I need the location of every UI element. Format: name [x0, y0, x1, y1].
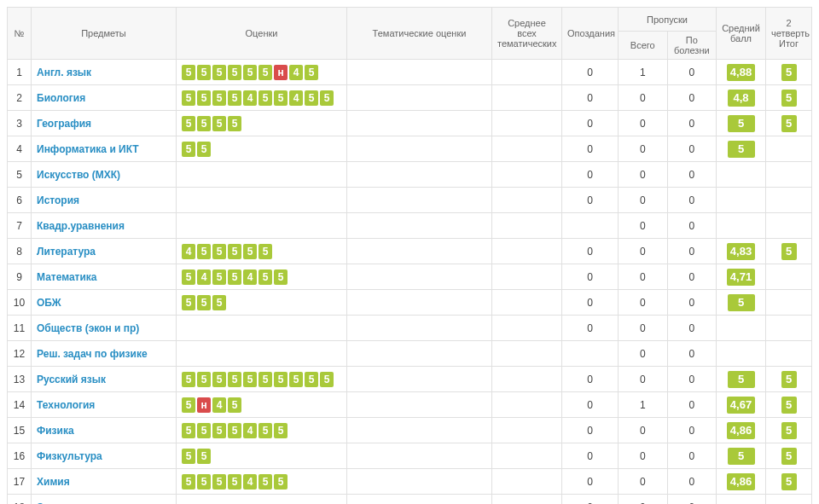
- grade-badge: 5: [274, 372, 288, 387]
- subject-link[interactable]: ОБЖ: [37, 297, 61, 309]
- thematic-cell: [347, 264, 492, 290]
- subject-link[interactable]: Обществ (экон и пр): [37, 322, 139, 334]
- subject-link[interactable]: История: [37, 194, 79, 206]
- quarter-cell: 5: [766, 85, 812, 111]
- grade-badge: 5: [212, 423, 226, 438]
- table-row: 18Экология человека000: [8, 495, 812, 505]
- abs-ill-cell: 0: [667, 85, 717, 111]
- row-number: 4: [8, 136, 32, 162]
- avg-cell: 5: [717, 443, 766, 469]
- abs-ill-cell: 0: [667, 367, 717, 392]
- subject-link[interactable]: Искусство (МХК): [37, 169, 120, 181]
- subject-link[interactable]: Физика: [37, 425, 74, 437]
- avg-cell: 5: [717, 367, 766, 392]
- table-row: 16Физкультура5500055: [8, 443, 812, 469]
- thematic-cell: [347, 443, 492, 469]
- grade-badge: 5: [228, 244, 241, 259]
- late-cell: 0: [562, 264, 619, 290]
- grade-badge: 5: [258, 372, 272, 387]
- avg-badge: 5: [728, 371, 755, 388]
- row-number: 16: [8, 443, 32, 469]
- grade-badge: 5: [182, 295, 195, 310]
- quarter-cell: [766, 136, 812, 162]
- grade-badge: 5: [197, 449, 211, 464]
- abs-total-cell: 0: [619, 367, 668, 392]
- grade-badge: 5: [320, 372, 334, 387]
- table-row: 13Русский язык555555555500055: [8, 367, 812, 392]
- thematic-cell: [347, 316, 492, 341]
- abs-total-cell: 0: [619, 239, 668, 264]
- header-avg-score: Средний балл: [717, 8, 766, 60]
- avg-badge: 4,88: [727, 64, 755, 81]
- avg-thematic-cell: [492, 188, 562, 213]
- abs-total-cell: 0: [619, 111, 668, 136]
- header-absences: Пропуски: [619, 8, 717, 32]
- grade-badge: 5: [258, 269, 272, 285]
- subject-link[interactable]: Литература: [37, 246, 96, 258]
- abs-ill-cell: 0: [667, 162, 717, 188]
- grade-badge: 5: [274, 269, 288, 285]
- subject-link[interactable]: Физкультура: [37, 450, 102, 462]
- grade-badge: 5: [182, 372, 195, 387]
- late-cell: 0: [562, 188, 619, 213]
- grade-badge: н: [274, 65, 288, 80]
- grades-cell: 5555455455: [177, 85, 347, 111]
- quarter-cell: [766, 341, 812, 367]
- subject-link[interactable]: Математика: [37, 271, 97, 283]
- abs-ill-cell: 0: [667, 341, 717, 367]
- quarter-badge: 5: [781, 115, 797, 132]
- quarter-cell: [766, 316, 812, 341]
- avg-badge: 4,83: [727, 243, 755, 260]
- avg-thematic-cell: [492, 85, 562, 111]
- grade-badge: 5: [212, 90, 226, 106]
- grade-badge: 4: [243, 90, 257, 106]
- quarter-badge: 5: [781, 90, 797, 107]
- grade-badge: 5: [212, 474, 226, 490]
- grade-badge: 5: [197, 244, 211, 259]
- subject-link[interactable]: Химия: [37, 476, 70, 488]
- thematic-cell: [347, 188, 492, 213]
- late-cell: 0: [562, 392, 619, 418]
- grade-badge: 5: [274, 423, 288, 438]
- grades-cell: 5555: [177, 111, 347, 136]
- subject-link[interactable]: Русский язык: [37, 374, 106, 385]
- subject-link[interactable]: География: [37, 118, 91, 130]
- grades-cell: [177, 341, 347, 367]
- grade-badge: 5: [197, 423, 211, 438]
- avg-thematic-cell: [492, 418, 562, 443]
- subject-link[interactable]: Реш. задач по физике: [37, 348, 148, 360]
- grade-badge: 5: [212, 295, 226, 310]
- subject-link[interactable]: Технология: [37, 399, 95, 411]
- grade-badge: 5: [182, 142, 195, 157]
- grade-badge: 4: [289, 90, 303, 106]
- avg-cell: 4,86: [717, 418, 766, 443]
- grade-badge: 5: [212, 244, 226, 259]
- subject-link[interactable]: Информатика и ИКТ: [37, 143, 139, 155]
- grade-badge: 5: [289, 372, 303, 387]
- late-cell: [562, 213, 619, 239]
- subject-link[interactable]: Англ. язык: [37, 67, 91, 78]
- grade-badge: 5: [305, 372, 318, 387]
- grade-badge: 5: [228, 423, 241, 438]
- thematic-cell: [347, 85, 492, 111]
- quarter-cell: 5: [766, 392, 812, 418]
- grades-cell: 555: [177, 290, 347, 316]
- avg-thematic-cell: [492, 213, 562, 239]
- avg-cell: [717, 188, 766, 213]
- quarter-badge: 5: [781, 371, 797, 388]
- abs-total-cell: 0: [619, 213, 668, 239]
- abs-total-cell: 0: [619, 443, 668, 469]
- grade-badge: 5: [197, 90, 211, 106]
- avg-thematic-cell: [492, 367, 562, 392]
- grade-badge: 5: [197, 116, 211, 131]
- grade-badge: 4: [243, 269, 257, 285]
- table-row: 4Информатика и ИКТ550005: [8, 136, 812, 162]
- grade-badge: 5: [258, 90, 272, 106]
- subject-link[interactable]: Экология человека: [37, 501, 134, 505]
- subject-link[interactable]: Квадр.уравнения: [37, 220, 125, 232]
- subject-link[interactable]: Биология: [37, 92, 85, 104]
- avg-cell: 4,8: [717, 85, 766, 111]
- grade-badge: 4: [289, 65, 303, 80]
- avg-thematic-cell: [492, 60, 562, 85]
- abs-ill-cell: 0: [667, 188, 717, 213]
